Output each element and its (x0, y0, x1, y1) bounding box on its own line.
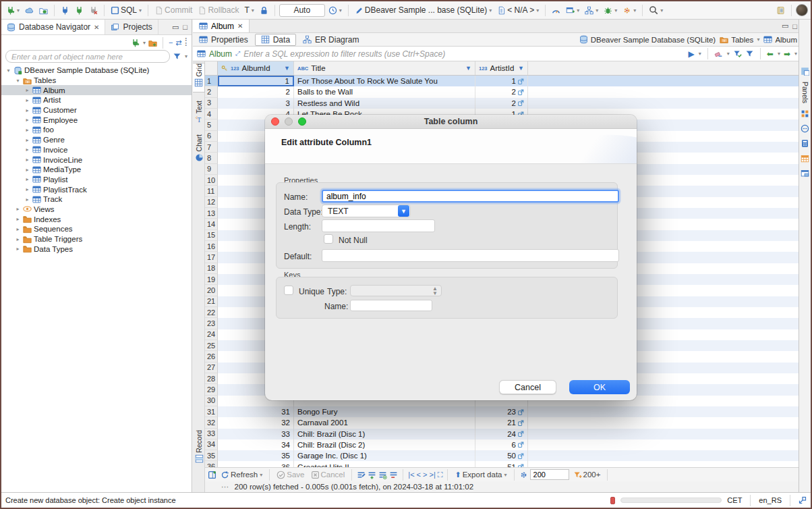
maximize-icon[interactable]: □ (792, 22, 797, 30)
minimize-icon[interactable]: ▭ (782, 22, 788, 30)
not-null-checkbox[interactable] (324, 234, 333, 244)
tab-er-diagram[interactable]: ER Diagram (297, 34, 364, 45)
filters-icon[interactable] (745, 49, 754, 58)
sql-editor-button[interactable]: SQL▾ (109, 4, 144, 16)
cell-artistid[interactable]: 51 (475, 461, 528, 467)
cell-title[interactable]: Restless and Wild (294, 98, 475, 109)
dialog-titlebar[interactable]: Table column (265, 115, 637, 129)
connect-button[interactable] (59, 5, 71, 16)
row-number[interactable]: 34 (205, 439, 218, 450)
tree-item-indexes[interactable]: ▸Indexes (1, 214, 192, 224)
row-number[interactable]: 15 (205, 230, 218, 241)
table-row[interactable]: 3333Chill: Brazil (Disc 1)24 (205, 429, 801, 439)
cell-albumid[interactable]: 36 (218, 461, 294, 467)
row-number[interactable]: 14 (205, 219, 218, 230)
row-number[interactable]: 22 (205, 307, 218, 318)
next-record-icon[interactable]: > (423, 471, 427, 479)
commit-mode-select[interactable]: Auto (279, 4, 325, 17)
cell-albumid[interactable]: 32 (218, 417, 294, 428)
cancel-button[interactable]: Cancel (309, 469, 347, 481)
cell-artistid[interactable]: 50 (475, 450, 528, 461)
breadcrumb-album[interactable]: Album (763, 35, 797, 44)
tree-item-customer[interactable]: ▸Customer (1, 105, 192, 115)
tree-item-dbeaver-sample-database-sqlite-[interactable]: ▾DBeaver Sample Database (SQLite) (1, 65, 192, 76)
row-number[interactable]: 12 (205, 197, 218, 208)
eraser-icon[interactable] (714, 49, 723, 58)
cell-albumid[interactable]: 35 (218, 450, 294, 461)
row-number[interactable]: 17 (205, 252, 218, 263)
rollback-button[interactable]: Rollback (196, 4, 241, 16)
chevron-collapsed-icon[interactable]: ▸ (24, 167, 30, 173)
user-avatar[interactable] (796, 4, 808, 16)
chevron-collapsed-icon[interactable]: ▸ (24, 196, 30, 203)
tree-item-artist[interactable]: ▸Artist (1, 95, 192, 105)
row-number[interactable]: 3 (205, 98, 218, 109)
cell-artistid[interactable]: 2 (475, 86, 528, 97)
export-data-button[interactable]: ⬆Export data▾ (453, 469, 509, 481)
tree-item-foo[interactable]: ▸foo (1, 125, 192, 135)
cell-title[interactable]: Greatest Hits II (294, 461, 475, 467)
row-number[interactable]: 5 (205, 119, 218, 130)
aggregate-panel-icon[interactable] (801, 154, 809, 163)
presentation-tab-grid[interactable]: Grid (193, 63, 205, 92)
minimize-icon[interactable]: ▭ (172, 23, 179, 32)
row-number[interactable]: 35 (205, 450, 218, 461)
row-number[interactable]: 4 (205, 109, 218, 119)
chevron-collapsed-icon[interactable]: ▸ (24, 186, 30, 192)
cloud-button[interactable] (23, 5, 36, 16)
table-row[interactable]: 3434Chill: Brazil (Disc 2)6 (205, 439, 801, 450)
restore-panel-icon[interactable] (799, 496, 807, 504)
cell-title[interactable]: Bongo Fury (294, 406, 475, 417)
corner-cell[interactable] (205, 61, 218, 75)
chevron-collapsed-icon[interactable]: ▸ (15, 236, 21, 242)
foreign-key-link-icon[interactable] (518, 409, 524, 415)
dialog-ok-button[interactable]: OK (569, 380, 630, 394)
cell-albumid[interactable]: 31 (218, 406, 294, 417)
row-number[interactable]: 11 (205, 186, 218, 196)
maximize-icon[interactable]: □ (183, 23, 187, 31)
cell-title[interactable]: Chill: Brazil (Disc 1) (294, 429, 475, 439)
filter-icon[interactable] (173, 52, 181, 61)
datatype-select[interactable]: TEXT ▼ (322, 205, 411, 217)
table-row[interactable]: 3232Carnaval 200121 (205, 417, 801, 428)
row-number[interactable]: 33 (205, 429, 218, 439)
column-header-artistid[interactable]: 123 ArtistId ▼ (475, 61, 528, 75)
cell-artistid[interactable]: 23 (475, 406, 528, 417)
new-folder-icon[interactable] (148, 38, 157, 47)
row-number[interactable]: 25 (205, 340, 218, 351)
tab-projects[interactable]: Projects (105, 20, 158, 34)
fetch-size-input[interactable] (530, 469, 569, 480)
tree-item-table-triggers[interactable]: ▸Table Triggers (1, 234, 192, 244)
notifications-button[interactable] (774, 5, 787, 16)
key-name-input[interactable] (350, 300, 432, 311)
chevron-collapsed-icon[interactable]: ▸ (24, 107, 30, 113)
cell-albumid[interactable]: 2 (218, 86, 294, 97)
row-number[interactable]: 8 (205, 153, 218, 163)
row-number[interactable]: 19 (205, 274, 218, 285)
chevron-collapsed-icon[interactable]: ▸ (24, 87, 30, 93)
row-number[interactable]: 26 (205, 351, 218, 362)
commit-button[interactable]: Commit (152, 4, 194, 16)
cell-title[interactable]: Balls to the Wall (294, 86, 475, 97)
lock-button[interactable] (258, 5, 270, 16)
panels-icon[interactable] (801, 67, 809, 76)
transaction-log-button[interactable]: T▾ (242, 4, 256, 16)
save-button[interactable]: Save (274, 469, 306, 481)
chevron-collapsed-icon[interactable]: ▸ (24, 146, 30, 153)
row-number[interactable]: 1 (205, 76, 218, 86)
sql-console-button[interactable]: ▾ (564, 5, 581, 16)
refresh-button[interactable]: Refresh▾ (219, 469, 264, 481)
duplicate-row-icon[interactable] (378, 471, 387, 479)
sort-dropdown-icon[interactable]: ▼ (284, 65, 290, 72)
focus-cell-icon[interactable]: ⛶ (438, 471, 443, 479)
editor-tab-album[interactable]: Album ✕ (193, 20, 250, 32)
tree-item-tables[interactable]: ▾Tables (1, 76, 192, 86)
chevron-collapsed-icon[interactable]: ▸ (24, 176, 30, 182)
row-number[interactable]: 10 (205, 175, 218, 186)
row-number[interactable]: 18 (205, 263, 218, 274)
name-input[interactable] (322, 190, 619, 203)
row-number[interactable]: 16 (205, 241, 218, 252)
transaction-history-button[interactable]: ▾ (326, 5, 344, 16)
chevron-collapsed-icon[interactable]: ▸ (15, 246, 21, 252)
row-number[interactable]: 28 (205, 373, 218, 384)
